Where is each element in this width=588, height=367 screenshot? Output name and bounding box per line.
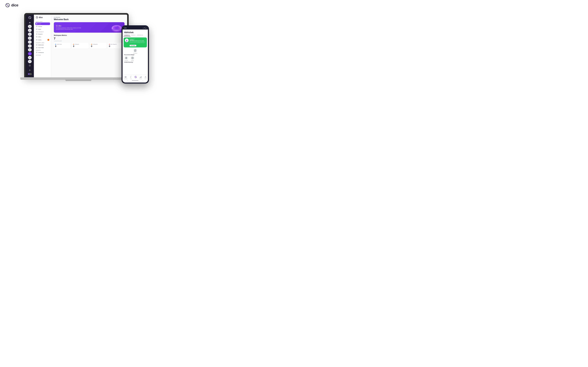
laptop-stand [65,80,92,81]
create-pr-item[interactable]: Create PR [124,56,128,61]
greeting-text: Hi Abhishek, [54,17,125,18]
nav-invoices[interactable]: Invoices [35,25,50,28]
nav-inputs[interactable]: Inputs [35,28,50,31]
nav-notifications-label: Notifications [38,52,44,53]
laptop-icon-sidebar: PV IG FP AC d d FP NY SU FP [26,15,34,77]
banner-desc: The following workspace is linked to thi… [56,27,82,30]
svg-rect-46 [140,77,140,78]
quick-links-label: Quick Links [35,20,50,23]
tab-corporate[interactable]: CORPORATE (4) [136,34,144,36]
phone-status-icons: ▪▪▪ ⌘ ▬ [143,27,146,28]
analytics-nav-icon [139,76,142,78]
nav-settlements-label: Settlements [38,44,44,46]
home-bar[interactable] [132,80,138,81]
invoices-nav-icon [36,26,37,27]
svg-point-25 [112,28,122,30]
metrics-title: Workspace Metrics [54,34,125,36]
back-button[interactable]: ≡ [128,80,128,82]
svg-rect-39 [126,76,126,77]
procurement-items: Create PR All PRs [124,56,146,61]
nav-logo-icon [36,16,38,18]
metric-card-pr-request: Pr Request 0 [72,43,89,49]
sidebar-avatar-pv[interactable]: PV [28,25,32,28]
sidebar-bottom [27,64,32,76]
analytics-nav-label: Analytics [139,78,142,79]
theme-toggle[interactable] [28,73,32,75]
metrics-count: 7 [54,37,125,40]
metric-label: Pr Request [74,44,79,45]
nav-settlements[interactable]: Settlements [35,44,50,46]
sidebar-avatar-fp[interactable]: FP [28,33,32,36]
nav-analytics[interactable]: Analytics [139,76,142,79]
workspace-nav-label: Workspace [124,78,127,79]
metric-value: 0 [73,45,87,48]
metric-value: 0 [91,45,105,48]
nav-luna[interactable]: Luna [130,76,132,79]
offers-nav-icon [36,36,37,37]
nav-profile[interactable]: Profile [144,76,147,79]
nav-orders[interactable]: Orders 2 [35,38,50,42]
phone-contact-section: Contact Directory [123,61,148,63]
sidebar-home-icon[interactable] [27,21,32,24]
nav-offers[interactable]: Offers [35,35,50,38]
nav-requests[interactable]: Requests [35,33,50,35]
sidebar-gear-icon[interactable] [27,68,32,72]
all-prs-item[interactable]: All PRs [130,56,135,61]
phone-system-buttons: ≡ ◁ [128,80,143,82]
brand-name: dice [11,3,18,7]
scrollbar-thumb [34,16,34,21]
all-invoices-icon-group[interactable]: All Invoices [124,49,146,54]
sidebar-avatar-su[interactable]: SU [28,56,32,59]
top-logo-bar: dice [0,0,157,10]
sidebar-avatar-ig[interactable]: IG [28,29,32,32]
metrics-sublabel: Invoices this month [54,41,125,42]
workspace-nav-icon [124,76,127,78]
nav-view-profile[interactable]: View Profile [35,46,50,49]
phone-promo-card: INTRODUCING eka00012-internet.invoice@sc… [124,37,147,47]
sidebar-logo-icon [28,16,32,19]
sidebar-avatar-fp3[interactable]: FP [28,60,32,63]
home-center-nav-icon [135,76,137,78]
tab-travel[interactable]: TRAVEL (1) [130,34,136,36]
go-to-inbox-button[interactable]: Go To Inbox [130,45,136,46]
svg-line-7 [29,17,30,18]
svg-point-27 [126,41,128,42]
svg-line-15 [37,17,37,18]
nav-scrollbar[interactable] [34,15,34,77]
phone-screen: 16:58 ▪▪▪ ⌘ ▬ WELCOME BACK, Abhishek [123,26,148,83]
metric-value: 0 [55,45,69,48]
sidebar-avatar-d1[interactable]: d [28,40,32,44]
sidebar-add-icon[interactable] [27,64,32,67]
nav-home[interactable]: Home [35,23,50,25]
nav-home-center[interactable] [135,76,137,79]
promo-intro: INTRODUCING [130,39,145,39]
metric-label: Invoice Links [56,44,62,45]
inputs-nav-icon [36,29,37,30]
sidebar-avatar-d2[interactable]: d [28,44,32,48]
tab-business[interactable]: BUSINESS (3) [124,34,130,36]
welcome-text: Welcome Back [54,18,125,21]
phone-home-indicator: ≡ ◁ [123,80,148,83]
procurement-label: Procurement Widget [124,54,146,55]
banner-logo-text: dice [58,25,61,27]
nav-workspace[interactable]: Workspace [124,76,127,79]
invoice-icon-circle [133,49,137,53]
sidebar-avatar-fp2[interactable]: FP [28,48,32,51]
metric-card-invoice-links: Invoice Links 0 [54,43,71,49]
recent-apps-button[interactable]: ◁ [142,80,143,82]
metric-card-header: Pr Request [73,44,87,45]
contact-directory-label: Contact Directory [124,62,146,63]
metric-value: 0 [109,45,123,48]
luna-nav-label: Luna [130,78,132,79]
svg-rect-35 [132,57,133,59]
svg-rect-41 [126,77,126,78]
nav-logo: dice [35,16,50,18]
laptop-frame: PV IG FP AC d d FP NY SU FP [24,13,129,77]
sidebar-avatar-ny[interactable]: NY [28,52,32,55]
metric-dot [91,44,92,45]
sidebar-avatar-ac[interactable]: AC [28,36,32,40]
nav-home-label: Home [38,23,41,25]
metric-dot [55,44,56,45]
nav-notifications[interactable]: Notifications [35,51,50,54]
svg-point-17 [56,25,57,26]
